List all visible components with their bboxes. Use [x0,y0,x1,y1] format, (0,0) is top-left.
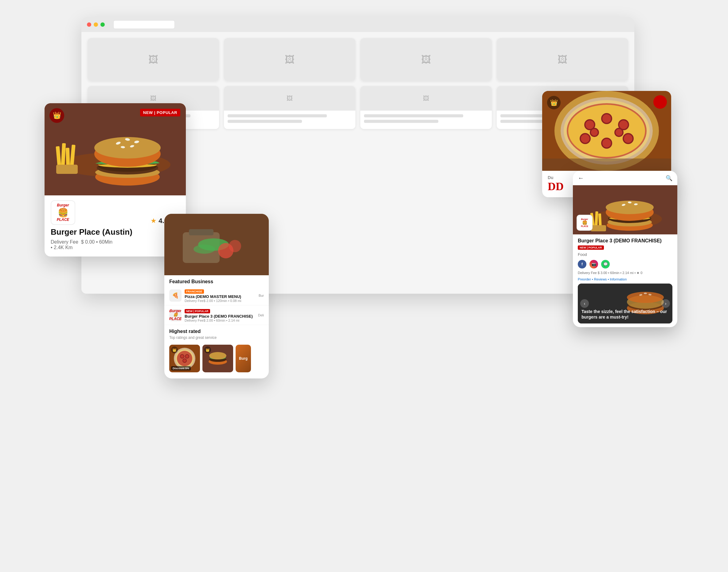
browser-dot-yellow [94,22,98,27]
svg-rect-79 [591,225,606,231]
mobile-item-right-2: Deli [258,313,264,317]
thumb-extra-label: Burg [239,356,247,361]
mobile-list-item-1[interactable]: 🍕 FRANCHISE Pizza (DEMO MASTER MENU) Del… [164,286,269,305]
svg-point-65 [209,352,226,359]
mobile-thumb-extra: Burg [236,345,251,372]
browser-dot-green [100,22,105,27]
whatsapp-icon[interactable]: 💬 [601,260,610,269]
detail-links[interactable]: Preorder • Reviews • Information [573,277,677,284]
placeholder-card-7: 🖼 [360,86,492,129]
svg-point-27 [602,114,611,123]
detail-meta-info: Delivery Fee $ 3.00 • 60min • 2.14 mi • … [573,271,677,277]
svg-point-49 [194,244,215,254]
delivery-fee-value: $ 0.00 [81,239,95,244]
burger-place-title: Burger Place (Austin) [51,227,180,237]
burger-logo-text1: Burger [57,203,69,207]
mobile-item-name-2: Burger Place 3 (DEMO FRANCHISE) [185,314,255,318]
mobile-app-right: ← 🔍 [573,171,677,327]
detail-new-popular-badge: NEW | POPULAR [578,245,604,250]
instagram-icon[interactable]: 📷 [589,260,598,269]
mobile-thumbnails: 👑 Discount 5% 👑 [164,342,269,375]
detail-logo-emoji: 🍔 [582,220,587,225]
mobile-item-logo-1: 🍕 [169,289,181,302]
facebook-icon[interactable]: f [578,260,586,269]
mobile-detail-topbar: ← 🔍 [573,171,677,185]
burger-logo-text2: PLACE [57,218,69,222]
mobile-item-info-1: FRANCHISE Pizza (DEMO MASTER MENU) Deliv… [185,288,256,303]
crown-icon: 👑 [53,112,61,120]
detail-logo-text: Burger [581,218,588,220]
detail-hero-image: Burger 🍔 PLACE [573,185,677,234]
burger-brand-logo: Burger 🍔 PLACE [51,200,75,225]
svg-point-41 [615,129,622,136]
placeholder-img-6: 🖼 [224,86,355,111]
thumb-crown-1: 👑 [171,347,178,353]
svg-point-87 [644,293,647,294]
placeholder-card-1: 🖼 [87,38,219,81]
placeholder-img-1: 🖼 [87,38,219,81]
highest-rated-title: Highest rated [164,325,269,336]
mobile-item-meta-1: Delivery Fee$ 2.00 • 120min • 0.08 mi [185,299,256,303]
placeholder-line-7b [364,120,438,123]
burger-svg [45,103,186,195]
svg-point-25 [568,105,645,157]
banner-prev-button[interactable]: ‹ [580,299,589,308]
placeholder-img-4: 🖼 [497,38,628,81]
svg-point-56 [180,355,184,358]
mobile-item-meta-2: Delivery Fee$ 2.00 • 60min • 2.14 mi [185,318,255,322]
detail-logo-overlay: Burger 🍔 PLACE [577,215,592,231]
delivery-fee-label: Delivery Fee [51,239,78,244]
dd-logo: DD [548,180,564,193]
placeholder-img-3: 🖼 [360,38,492,81]
mobile-food-svg [164,214,269,275]
svg-rect-6 [56,165,78,174]
banner-next-button[interactable]: › [661,299,670,308]
svg-point-29 [585,121,594,129]
featured-business-title: Featured Business [164,275,269,286]
new-popular-badge: NEW | POPULAR [140,109,180,117]
delivery-distance: 2.4K Km [54,245,72,250]
pizza-crown: 👑 [547,96,561,110]
placeholder-text-7 [360,111,492,129]
mobile-list-item-2[interactable]: Burger🍔PLACE NEW | POPULAR Burger Place … [164,305,269,325]
mobile-item-name-1: Pizza (DEMO MASTER MENU) [185,294,256,299]
mobile-app-left: Featured Business 🍕 FRANCHISE Pizza (DEM… [164,214,269,378]
pizza-red-dot [653,95,667,109]
detail-logo-place: PLACE [581,225,588,227]
burger-delivery-meta: Delivery Fee $ 0.00 • 60Min • 2.4K Km [51,239,180,251]
image-placeholder-icon-7: 🖼 [423,95,429,102]
pizza-brand-container: Du DD [548,175,564,193]
burger-logo-emoji: 🍔 [58,208,69,218]
mobile-item-info-2: NEW | POPULAR Burger Place 3 (DEMO FRANC… [185,308,255,322]
burger-card-image: 👑 NEW | POPULAR [45,103,186,195]
svg-point-39 [591,129,598,136]
star-icon: ★ [150,217,157,225]
placeholder-line-6a [228,114,327,117]
burger-logo-text-mini: Burger🍔PLACE [169,309,181,321]
mobile-thumb-burger[interactable]: 👑 [203,345,233,372]
detail-social-icons: f 📷 💬 [573,259,677,271]
placeholder-card-3: 🖼 [360,38,492,81]
burger-card-header: Burger 🍔 PLACE ★ 4.63 ♡ [51,200,180,225]
image-placeholder-icon-4: 🖼 [558,54,567,65]
mobile-thumb-pizza[interactable]: 👑 Discount 5% [169,345,200,372]
mobile-food-hero [164,214,269,275]
svg-point-35 [624,134,633,143]
banner-text: Taste the sizzle, feel the satisfaction … [581,309,669,320]
svg-rect-43 [542,158,671,171]
image-placeholder-icon-5: 🖼 [150,95,156,102]
new-popular-badge-2: NEW | POPULAR [185,309,210,313]
browser-titlebar [81,17,634,32]
svg-point-33 [581,134,589,143]
image-placeholder-icon-6: 🖼 [287,95,293,102]
back-button[interactable]: ← [578,174,584,182]
mobile-item-right-1: Bur [259,294,264,297]
search-icon[interactable]: 🔍 [666,175,672,182]
image-placeholder-icon-3: 🖼 [421,54,431,65]
placeholder-line-6b [228,120,302,123]
image-placeholder-icon-2: 🖼 [285,54,295,65]
placeholder-card-4: 🖼 [497,38,628,81]
placeholder-img-2: 🖼 [224,38,355,81]
delivery-time: 60Min [99,239,113,244]
browser-urlbar [113,20,175,29]
